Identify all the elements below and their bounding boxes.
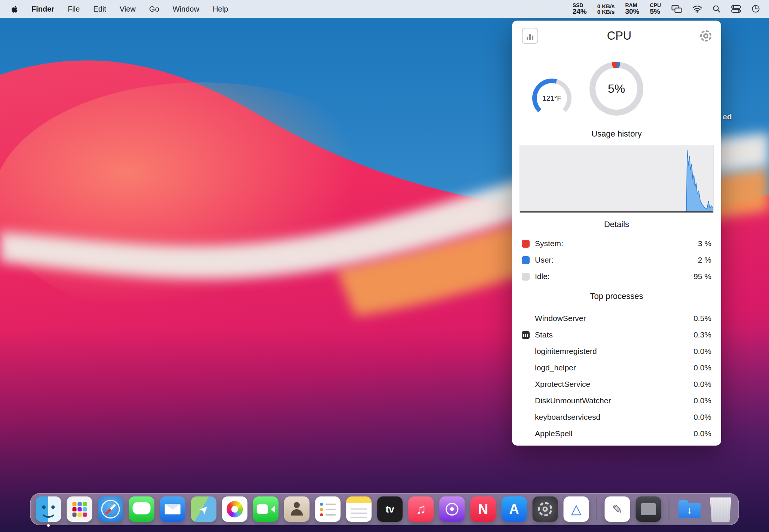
cpu-label: CPU bbox=[650, 3, 661, 8]
cpu-widget[interactable]: CPU 5% bbox=[650, 3, 661, 15]
dock-textedit-icon[interactable] bbox=[605, 496, 630, 522]
detail-value: 2 % bbox=[698, 256, 711, 265]
menu-window[interactable]: Window bbox=[173, 5, 199, 13]
dock-finder-icon[interactable] bbox=[36, 496, 61, 522]
menu-go[interactable]: Go bbox=[149, 5, 159, 13]
ram-value: 30% bbox=[625, 8, 639, 15]
clock-icon[interactable] bbox=[751, 4, 760, 13]
screen-mirroring-icon[interactable] bbox=[671, 5, 682, 13]
dock-photos-icon[interactable] bbox=[222, 496, 248, 522]
top-processes-heading: Top processes bbox=[512, 291, 721, 302]
network-up: 0 KB/s bbox=[597, 3, 615, 9]
process-name: WindowServer bbox=[535, 314, 586, 323]
panel-header: CPU bbox=[512, 21, 721, 45]
cpu-usage-value: 5% bbox=[595, 68, 637, 110]
network-down: 0 KB/s bbox=[597, 9, 615, 15]
process-value: 0.5% bbox=[693, 314, 711, 323]
process-row: DiskUnmountWatcher 0.0% bbox=[522, 392, 711, 409]
gauges-row: 121°F 5% bbox=[512, 45, 721, 123]
detail-row-user: User: 2 % bbox=[522, 252, 711, 268]
menu-file[interactable]: File bbox=[68, 5, 80, 13]
dock-notes-icon[interactable] bbox=[346, 496, 372, 522]
ram-label: RAM bbox=[625, 3, 639, 8]
dock-music-icon[interactable] bbox=[408, 496, 434, 522]
dock-recent-app-icon[interactable] bbox=[636, 496, 661, 522]
spotlight-icon[interactable] bbox=[713, 5, 721, 13]
user-color-swatch bbox=[522, 256, 530, 264]
dock-tv-icon[interactable] bbox=[377, 496, 403, 522]
cpu-usage-gauge: 5% bbox=[589, 62, 643, 116]
details-list: System: 3 % User: 2 % Idle: 95 % bbox=[512, 235, 721, 285]
dock-trash-icon[interactable] bbox=[708, 496, 733, 522]
process-row: WindowServer 0.5% bbox=[522, 310, 711, 327]
dock-system-preferences-icon[interactable] bbox=[533, 496, 558, 522]
panel-title: CPU bbox=[538, 29, 700, 43]
dock-maps-icon[interactable] bbox=[191, 496, 217, 522]
ssd-value: 24% bbox=[573, 8, 587, 15]
process-row: loginitemregisterd 0.0% bbox=[522, 343, 711, 360]
running-indicator bbox=[47, 524, 50, 527]
process-name: Stats bbox=[535, 330, 553, 339]
detail-row-idle: Idle: 95 % bbox=[522, 268, 711, 285]
process-row: logd_helper 0.0% bbox=[522, 360, 711, 376]
stats-app-icon bbox=[522, 331, 530, 339]
menu-bar: Finder File Edit View Go Window Help SSD… bbox=[0, 0, 769, 18]
apple-menu[interactable] bbox=[11, 5, 18, 13]
process-value: 0.3% bbox=[693, 330, 711, 339]
bar-chart-icon bbox=[527, 37, 528, 40]
dock-launchpad-icon[interactable] bbox=[67, 496, 92, 522]
dock bbox=[30, 493, 739, 525]
dock-separator bbox=[669, 498, 670, 521]
dock-reminders-icon[interactable] bbox=[315, 496, 341, 522]
menu-edit[interactable]: Edit bbox=[93, 5, 106, 13]
idle-color-swatch bbox=[522, 273, 530, 281]
detail-row-system: System: 3 % bbox=[522, 235, 711, 252]
temperature-value: 121°F bbox=[537, 83, 567, 113]
temperature-gauge: 121°F bbox=[532, 79, 572, 118]
dock-separator bbox=[597, 498, 597, 521]
process-value: 0.0% bbox=[693, 363, 711, 372]
process-name: XprotectService bbox=[535, 380, 590, 389]
dock-contacts-icon[interactable] bbox=[284, 496, 310, 522]
process-row: keyboardservicesd 0.0% bbox=[522, 409, 711, 425]
process-name: AppleSpell bbox=[535, 429, 572, 438]
detail-value: 95 % bbox=[693, 272, 711, 281]
menu-finder[interactable]: Finder bbox=[31, 5, 54, 13]
process-value: 0.0% bbox=[693, 396, 711, 405]
desktop-icon-label-partial: ed bbox=[723, 112, 732, 121]
detail-label: Idle: bbox=[535, 272, 550, 281]
bar-chart-button[interactable] bbox=[522, 28, 538, 44]
usage-history-chart bbox=[520, 145, 714, 213]
menu-view[interactable]: View bbox=[120, 5, 136, 13]
ssd-label: SSD bbox=[573, 3, 587, 8]
system-color-swatch bbox=[522, 240, 530, 248]
wifi-icon[interactable] bbox=[692, 5, 702, 13]
cpu-value: 5% bbox=[650, 8, 661, 15]
dock-mail-icon[interactable] bbox=[160, 496, 186, 522]
menu-help[interactable]: Help bbox=[213, 5, 228, 13]
dock-news-icon[interactable] bbox=[471, 496, 496, 522]
process-value: 0.0% bbox=[693, 413, 711, 422]
control-center-icon[interactable] bbox=[731, 5, 741, 13]
usage-history-heading: Usage history bbox=[512, 128, 721, 140]
cpu-stats-panel: CPU 121°F 5% Usage history Details Syste… bbox=[512, 21, 721, 446]
dock-stats-icon[interactable] bbox=[564, 496, 589, 522]
dock-safari-icon[interactable] bbox=[98, 496, 123, 522]
ram-widget[interactable]: RAM 30% bbox=[625, 3, 639, 15]
detail-label: User: bbox=[535, 256, 554, 265]
process-row: AppleSpell 0.0% bbox=[522, 425, 711, 442]
apple-logo-icon bbox=[11, 5, 18, 13]
dock-podcasts-icon[interactable] bbox=[439, 496, 465, 522]
process-name: logd_helper bbox=[535, 363, 576, 372]
ssd-widget[interactable]: SSD 24% bbox=[573, 3, 587, 15]
network-widget[interactable]: 0 KB/s 0 KB/s bbox=[597, 3, 615, 15]
dock-messages-icon[interactable] bbox=[129, 496, 154, 522]
dock-downloads-icon[interactable] bbox=[677, 496, 702, 522]
dock-app-store-icon[interactable] bbox=[502, 496, 527, 522]
process-value: 0.0% bbox=[693, 380, 711, 389]
process-name: loginitemregisterd bbox=[535, 347, 597, 356]
process-value: 0.0% bbox=[693, 429, 711, 438]
process-name: DiskUnmountWatcher bbox=[535, 396, 611, 405]
dock-facetime-icon[interactable] bbox=[253, 496, 279, 522]
gear-icon[interactable] bbox=[700, 30, 711, 42]
